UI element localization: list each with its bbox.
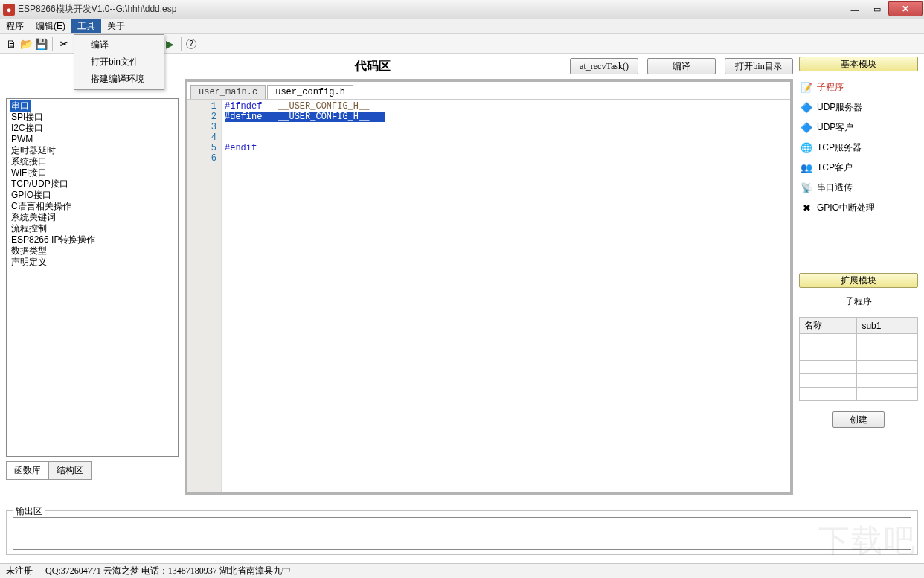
list-item[interactable]: 串口 bbox=[10, 100, 31, 112]
module-gpio-interrupt[interactable]: ✖ GPIO中断处理 bbox=[799, 198, 918, 218]
tools-dropdown: 编译 打开bin文件 搭建编译环境 bbox=[74, 34, 164, 90]
code-area-title: 代码区 bbox=[185, 59, 561, 74]
at-recvtask-button[interactable]: at_recvTask() bbox=[570, 58, 638, 74]
editor-tab[interactable]: user_config.h bbox=[267, 85, 353, 99]
module-tcp-server[interactable]: 🌐 TCP服务器 bbox=[799, 138, 918, 158]
globe-icon: 🌐 bbox=[801, 142, 812, 154]
list-item[interactable]: 流程控制 bbox=[10, 223, 175, 234]
list-item[interactable]: WiFi接口 bbox=[10, 167, 175, 179]
module-label: TCP客户 bbox=[817, 161, 853, 174]
minimize-button[interactable]: — bbox=[844, 2, 866, 17]
status-unregistered: 未注册 bbox=[0, 564, 39, 578]
subprogram-table[interactable]: 名称 sub1 bbox=[799, 317, 918, 401]
table-row[interactable] bbox=[800, 334, 918, 347]
users-icon: 👥 bbox=[801, 162, 812, 174]
toolbar-separator bbox=[52, 37, 53, 51]
list-item[interactable]: SPI接口 bbox=[10, 112, 175, 123]
open-bin-dir-button[interactable]: 打开bin目录 bbox=[725, 58, 793, 74]
help-icon[interactable]: ? bbox=[186, 39, 196, 49]
module-label: GPIO中断处理 bbox=[817, 202, 875, 214]
list-item[interactable]: 数据类型 bbox=[10, 245, 175, 257]
output-textbox[interactable] bbox=[13, 517, 911, 550]
list-item[interactable]: ESP8266 IP转换操作 bbox=[10, 234, 175, 245]
subprogram-title: 子程序 bbox=[799, 292, 918, 312]
function-library-list[interactable]: 串口 SPI接口 I2C接口 PWM 定时器延时 系统接口 WiFi接口 TCP… bbox=[6, 98, 179, 457]
code-text-area[interactable]: #ifndef __USER_CONFIG_H__ #define __USER… bbox=[222, 100, 790, 492]
table-header-name[interactable]: 名称 bbox=[800, 318, 857, 334]
menu-tools[interactable]: 工具 bbox=[71, 19, 101, 33]
serial-icon: 📡 bbox=[801, 182, 812, 194]
list-item[interactable]: GPIO接口 bbox=[10, 190, 175, 201]
statusbar: 未注册 QQ:372604771 云海之梦 电话：13487180937 湖北省… bbox=[0, 563, 924, 578]
table-row[interactable] bbox=[800, 388, 918, 401]
open-icon[interactable]: 📂 bbox=[19, 37, 33, 51]
titlebar: ● ESP8266模块开发V1.0--G:\hhh\ddd.esp — ▭ ✕ bbox=[0, 0, 924, 19]
table-row[interactable] bbox=[800, 374, 918, 388]
table-row[interactable] bbox=[800, 347, 918, 361]
module-tcp-client[interactable]: 👥 TCP客户 bbox=[799, 158, 918, 178]
module-udp-server[interactable]: 🔷 UDP服务器 bbox=[799, 97, 918, 118]
save-icon[interactable]: 💾 bbox=[34, 37, 48, 51]
list-item[interactable]: I2C接口 bbox=[10, 123, 175, 134]
list-item[interactable]: C语言相关操作 bbox=[10, 201, 175, 212]
list-item[interactable]: 定时器延时 bbox=[10, 145, 175, 156]
cut-icon[interactable]: ✂ bbox=[57, 37, 71, 51]
editor-tab[interactable]: user_main.c bbox=[190, 85, 266, 99]
list-item[interactable]: PWM bbox=[10, 134, 175, 145]
list-item[interactable]: 系统关键词 bbox=[10, 212, 175, 223]
table-header-sub1[interactable]: sub1 bbox=[857, 318, 918, 334]
edit-icon: 📝 bbox=[801, 82, 812, 94]
run-icon[interactable]: ▶ bbox=[163, 37, 176, 51]
menu-edit[interactable]: 编辑(E) bbox=[30, 19, 71, 33]
tab-function-lib[interactable]: 函数库 bbox=[6, 461, 49, 480]
interrupt-icon: ✖ bbox=[801, 202, 812, 214]
right-panel: 基本模块 📝 子程序 🔷 UDP服务器 🔷 UDP客户 🌐 TCP服务器 👥 T… bbox=[799, 57, 918, 507]
menu-about[interactable]: 关于 bbox=[101, 19, 131, 33]
dd-build-env[interactable]: 搭建编译环境 bbox=[76, 71, 162, 88]
create-button[interactable]: 创建 bbox=[832, 411, 885, 428]
close-button[interactable]: ✕ bbox=[888, 1, 923, 16]
center-panel: 代码区 at_recvTask() 编译 打开bin目录 user_main.c… bbox=[185, 57, 793, 507]
dd-compile[interactable]: 编译 bbox=[76, 36, 162, 54]
list-item[interactable]: 声明定义 bbox=[10, 257, 175, 268]
dd-open-bin[interactable]: 打开bin文件 bbox=[76, 54, 162, 71]
module-udp-client[interactable]: 🔷 UDP客户 bbox=[799, 118, 918, 138]
new-icon[interactable]: 🗎 bbox=[4, 37, 18, 51]
list-item[interactable]: TCP/UDP接口 bbox=[10, 179, 175, 190]
extension-modules-header: 扩展模块 bbox=[799, 273, 918, 288]
menubar: 程序 编辑(E) 工具 关于 编译 打开bin文件 搭建编译环境 bbox=[0, 19, 924, 34]
module-label: UDP服务器 bbox=[817, 101, 862, 114]
menu-program[interactable]: 程序 bbox=[0, 19, 30, 33]
output-group: 输出区 bbox=[6, 510, 918, 555]
module-label: 子程序 bbox=[817, 81, 844, 94]
table-row[interactable] bbox=[800, 361, 918, 374]
module-serial-transparent[interactable]: 📡 串口透传 bbox=[799, 178, 918, 198]
app-icon: ● bbox=[3, 4, 15, 16]
output-legend: 输出区 bbox=[13, 505, 45, 518]
net-icon: 🔷 bbox=[801, 122, 812, 134]
code-editor: user_main.c user_config.h 1 2 3 4 5 6 #i… bbox=[185, 79, 793, 495]
module-subprogram[interactable]: 📝 子程序 bbox=[799, 77, 918, 97]
basic-modules-header: 基本模块 bbox=[799, 57, 918, 71]
module-label: TCP服务器 bbox=[817, 141, 862, 154]
left-panel: 串口 SPI接口 I2C接口 PWM 定时器延时 系统接口 WiFi接口 TCP… bbox=[6, 57, 179, 507]
toolbar-separator bbox=[181, 37, 182, 51]
maximize-button[interactable]: ▭ bbox=[866, 2, 888, 17]
window-title: ESP8266模块开发V1.0--G:\hhh\ddd.esp bbox=[18, 3, 176, 16]
compile-button[interactable]: 编译 bbox=[647, 58, 716, 74]
module-label: 串口透传 bbox=[817, 182, 853, 194]
net-icon: 🔷 bbox=[801, 102, 812, 114]
basic-modules-list: 📝 子程序 🔷 UDP服务器 🔷 UDP客户 🌐 TCP服务器 👥 TCP客户 … bbox=[799, 76, 918, 219]
list-item[interactable]: 系统接口 bbox=[10, 156, 175, 167]
module-label: UDP客户 bbox=[817, 121, 853, 134]
line-number-gutter: 1 2 3 4 5 6 bbox=[187, 100, 222, 492]
status-contact: QQ:372604771 云海之梦 电话：13487180937 湖北省南漳县九… bbox=[39, 564, 924, 578]
tab-struct-area[interactable]: 结构区 bbox=[48, 461, 92, 480]
